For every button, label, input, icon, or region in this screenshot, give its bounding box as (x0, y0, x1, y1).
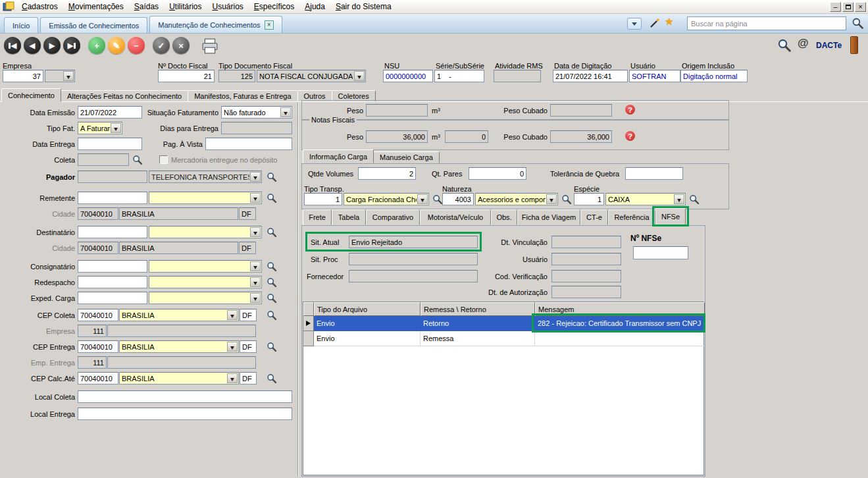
consignatario-combo[interactable] (149, 260, 262, 273)
local-entrega-field[interactable] (78, 408, 292, 420)
grid-cell-remessa[interactable]: Remessa (421, 331, 535, 346)
remetente-lookup-button[interactable] (266, 192, 278, 204)
cep-entrega-lookup-button[interactable] (266, 341, 278, 353)
dropdown-button[interactable] (250, 293, 261, 303)
tipo-transp-code-field[interactable]: 1 (304, 193, 342, 205)
situacao-faturamento-combo[interactable]: Não faturado (221, 106, 292, 119)
wand-button[interactable] (648, 16, 661, 30)
minimize-button[interactable]: – (830, 2, 841, 12)
tolerancia-field[interactable] (625, 167, 683, 180)
natureza-combo[interactable]: Acessorios e componen (475, 193, 558, 205)
consignatario-field[interactable] (78, 260, 147, 273)
cep-entrega-cep[interactable]: 70040010 (78, 340, 118, 353)
exped-carga-field[interactable] (78, 292, 147, 304)
print-button[interactable] (201, 38, 218, 54)
exped-carga-lookup-button[interactable] (266, 292, 278, 304)
tab-manuseio-carga[interactable]: Manuseio Carga (373, 151, 440, 163)
dropdown-button[interactable] (227, 342, 238, 352)
menu-item-cadastros[interactable]: Cadastros (16, 1, 63, 13)
remetente-combo[interactable] (149, 192, 262, 204)
cep-calc-uf[interactable]: DF (240, 372, 257, 385)
next-record-button[interactable]: ▶ (43, 37, 61, 54)
tab-nfse[interactable]: NFSe (655, 208, 686, 225)
menu-item-sair[interactable]: Sair do Sistema (330, 1, 397, 13)
tab-ficha-viagem[interactable]: Ficha de Viagem (517, 209, 580, 225)
tab-obs[interactable]: Obs. (491, 209, 517, 225)
grid-header-mensagem[interactable]: Mensagem (535, 302, 705, 316)
exped-carga-combo[interactable] (149, 292, 262, 304)
menu-item-especificos[interactable]: Específicos (249, 1, 299, 13)
remetente-field[interactable] (78, 192, 147, 204)
grid-cell-mensagem[interactable]: 282 - Rejeicao: Certificado Transmissor … (535, 316, 705, 331)
tab-manifestos[interactable]: Manifestos, Faturas e Entrega (188, 90, 297, 102)
menu-item-saidas[interactable]: Saídas (129, 1, 164, 13)
email-button[interactable]: @ (798, 37, 809, 50)
tab-emissao-conhecimentos[interactable]: Emissão de Conhecimentos (40, 17, 147, 33)
cep-coleta-cidade-combo[interactable]: BRASILIA (119, 309, 239, 321)
dacte-button[interactable]: DACTe (816, 41, 842, 50)
tipo-fat-combo[interactable]: A Faturar (78, 122, 122, 134)
tab-alteracoes[interactable]: Alterações Feitas no Conhecimento (61, 90, 188, 102)
consignatario-lookup-button[interactable] (266, 261, 278, 273)
cep-coleta-uf[interactable]: DF (240, 309, 257, 321)
tab-motorista-veiculo[interactable]: Motorista/Veículo (420, 209, 491, 225)
tab-comparativo[interactable]: Comparativo (366, 209, 420, 225)
restore-button[interactable] (842, 2, 854, 12)
cep-entrega-cidade-combo[interactable]: BRASILIA (119, 340, 239, 353)
menu-item-ajuda[interactable]: Ajuda (299, 1, 330, 13)
search-input[interactable] (687, 16, 846, 30)
add-record-button[interactable]: + (88, 37, 105, 54)
dropdown-button[interactable] (280, 107, 291, 117)
grid-header-tipo[interactable]: Tipo do Arquivo (314, 302, 421, 316)
help-icon[interactable]: ? (625, 105, 635, 115)
menu-item-utilitarios[interactable]: Utilitários (164, 1, 207, 13)
first-record-button[interactable]: ◀ (4, 37, 21, 54)
destinatario-combo[interactable] (149, 226, 262, 238)
especie-combo[interactable]: CAIXA (605, 193, 686, 205)
redespacho-lookup-button[interactable] (266, 277, 278, 288)
cep-entrega-uf[interactable]: DF (240, 340, 257, 353)
tab-overflow-button[interactable] (627, 18, 642, 30)
pag-vista-field[interactable] (205, 138, 292, 150)
menu-item-movimentacoes[interactable]: Movimentações (63, 1, 129, 13)
tab-conhecimento[interactable]: Conhecimento (1, 88, 61, 102)
cep-coleta-cep[interactable]: 70040010 (78, 309, 118, 321)
tab-informacao-carga[interactable]: Informação Carga (303, 149, 374, 163)
help-icon[interactable]: ? (625, 131, 635, 141)
menu-item-usuarios[interactable]: Usuários (207, 1, 248, 13)
tab-tabela[interactable]: Tabela (332, 209, 366, 225)
dropdown-button[interactable] (674, 194, 684, 204)
data-entrega-field[interactable] (78, 138, 142, 150)
local-coleta-field[interactable] (78, 390, 292, 403)
confirm-button[interactable]: ✓ (153, 37, 170, 54)
natureza-lookup-button[interactable] (561, 194, 573, 205)
pagador-lookup-button[interactable] (266, 171, 278, 183)
tab-cte[interactable]: CT-e (580, 209, 608, 225)
tab-inicio[interactable]: Início (4, 17, 38, 33)
dropdown-button[interactable] (250, 261, 261, 271)
coleta-lookup-button[interactable] (132, 154, 143, 166)
redespacho-field[interactable] (78, 276, 147, 288)
cep-coleta-lookup-button[interactable] (266, 309, 278, 321)
search-button[interactable] (850, 16, 865, 31)
zoom-button[interactable] (777, 38, 792, 53)
dropdown-button[interactable] (250, 193, 261, 203)
edit-record-button[interactable]: ✎ (108, 37, 125, 54)
dropdown-button[interactable] (227, 310, 238, 320)
close-button[interactable]: × (855, 2, 866, 12)
cancel-button[interactable]: × (172, 37, 190, 54)
qt-pares-field[interactable]: 0 (469, 167, 526, 180)
tab-frete[interactable]: Frete (303, 209, 332, 225)
grid-cell-remessa[interactable]: Retorno (421, 316, 535, 331)
qtde-volumes-field[interactable]: 2 (358, 167, 416, 180)
delete-record-button[interactable]: − (128, 37, 145, 54)
dropdown-button[interactable] (227, 373, 238, 383)
dropdown-button[interactable] (111, 123, 121, 133)
last-record-button[interactable]: ▶ (63, 37, 80, 54)
cep-calc-cep[interactable]: 70040010 (78, 372, 118, 385)
destinatario-field[interactable] (78, 226, 147, 238)
tab-manutencao-conhecimentos[interactable]: Manutenção de Conhecimentos × (149, 16, 282, 33)
tab-close-button[interactable]: × (265, 20, 274, 30)
grid-cell-tipo[interactable]: Envio (314, 331, 421, 346)
redespacho-combo[interactable] (149, 276, 262, 288)
